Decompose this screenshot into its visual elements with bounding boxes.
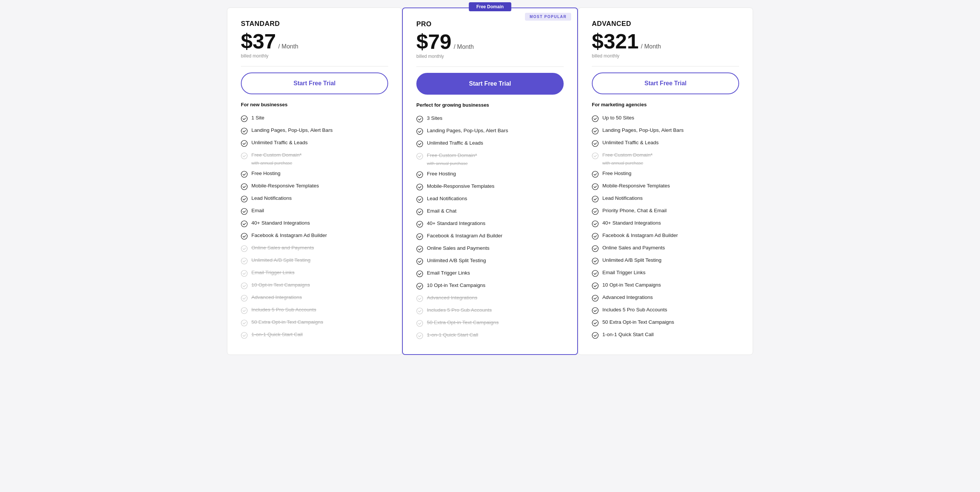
feature-text: 50 Extra Opt-in Text Campaigns — [602, 319, 674, 325]
svg-point-50 — [592, 295, 598, 301]
feature-item: Facebook & Instagram Ad Builder — [241, 232, 388, 240]
svg-point-11 — [241, 258, 247, 264]
feature-item: Landing Pages, Pop-Ups, Alert Bars — [416, 128, 564, 135]
svg-point-14 — [241, 295, 247, 301]
svg-point-25 — [417, 209, 423, 215]
check-icon — [416, 308, 423, 314]
check-icon — [416, 320, 423, 327]
feature-item: Lead Notifications — [416, 196, 564, 203]
svg-point-24 — [417, 197, 423, 202]
check-icon — [592, 208, 598, 215]
feature-item: Free Hosting — [416, 171, 564, 178]
feature-text: 10 Opt-in Text Campaigns — [427, 283, 485, 288]
svg-point-29 — [417, 259, 423, 264]
svg-point-27 — [417, 233, 423, 240]
plan-price-row-pro: $79 / Month — [416, 31, 564, 52]
svg-point-52 — [592, 320, 598, 326]
feature-text: Email Trigger Links — [251, 270, 294, 275]
plan-price-standard: $37 — [241, 31, 276, 52]
svg-point-42 — [592, 196, 598, 202]
check-icon — [416, 171, 423, 178]
check-icon — [241, 208, 248, 215]
check-icon — [592, 128, 598, 135]
feature-text: Priority Phone, Chat & Email — [602, 208, 667, 213]
check-icon — [592, 295, 598, 302]
feature-text: Includes 5 Pro Sub Accounts — [251, 307, 317, 313]
feature-item: Facebook & Instagram Ad Builder — [416, 233, 564, 240]
check-icon — [592, 245, 598, 252]
feature-item: Free Hosting — [241, 170, 388, 178]
free-domain-badge: Free Domain — [469, 2, 511, 11]
features-list-advanced: Up to 50 Sites Landing Pages, Pop-Ups, A… — [592, 115, 739, 339]
check-icon — [241, 171, 248, 178]
features-list-standard: 1 Site Landing Pages, Pop-Ups, Alert Bar… — [241, 115, 388, 339]
feature-text: 50 Extra Opt-in Text Campaigns — [251, 319, 323, 325]
cta-button-standard[interactable]: Start Free Trial — [241, 73, 388, 94]
plan-price-row-standard: $37 / Month — [241, 31, 388, 52]
feature-text: Email Trigger Links — [602, 270, 646, 275]
feature-item: Free Hosting — [592, 170, 739, 178]
svg-point-18 — [417, 116, 423, 122]
check-icon — [416, 184, 423, 190]
plan-tagline-standard: For new businesses — [241, 102, 388, 108]
cta-button-pro[interactable]: Start Free Trial — [416, 73, 564, 95]
check-icon — [416, 233, 423, 240]
check-icon — [592, 258, 598, 264]
check-icon — [241, 152, 248, 159]
pricing-container: STANDARD $37 / Month billed monthly Star… — [227, 8, 753, 355]
feature-item: Includes 5 Pro Sub Accounts — [241, 307, 388, 314]
check-icon — [241, 233, 248, 240]
check-icon — [592, 171, 598, 178]
feature-text: Landing Pages, Pop-Ups, Alert Bars — [602, 127, 684, 133]
check-icon — [416, 128, 423, 135]
feature-item: Online Sales and Payments — [592, 245, 739, 252]
feature-item: 40+ Standard Integrations — [592, 220, 739, 227]
check-icon — [592, 270, 598, 277]
svg-point-9 — [241, 233, 247, 239]
feature-text: Free Hosting — [251, 170, 280, 176]
feature-sub: with annual purchase — [427, 161, 564, 166]
check-icon — [592, 115, 598, 122]
feature-text: Free Hosting — [602, 170, 631, 176]
check-icon — [241, 183, 248, 190]
svg-point-36 — [592, 116, 598, 122]
feature-text: 3 Sites — [427, 115, 442, 121]
svg-point-4 — [241, 171, 247, 177]
feature-item: Mobile-Responsive Templates — [416, 183, 564, 190]
feature-text: Landing Pages, Pop-Ups, Alert Bars — [251, 127, 332, 133]
svg-point-20 — [417, 141, 423, 147]
billed-note-advanced: billed monthly — [592, 53, 739, 59]
check-icon — [241, 295, 248, 302]
svg-point-6 — [241, 196, 247, 202]
svg-point-19 — [417, 129, 423, 135]
feature-item: Online Sales and Payments — [416, 245, 564, 252]
check-icon — [241, 283, 248, 289]
feature-text: Lead Notifications — [427, 196, 467, 201]
check-icon — [592, 233, 598, 240]
svg-point-31 — [417, 283, 423, 289]
feature-item: Mobile-Responsive Templates — [592, 183, 739, 190]
feature-text: Facebook & Instagram Ad Builder — [251, 232, 327, 238]
feature-text: Free Custom Domain* — [602, 152, 653, 158]
feature-item: 10 Opt-in Text Campaigns — [241, 282, 388, 289]
feature-text: Landing Pages, Pop-Ups, Alert Bars — [427, 128, 508, 133]
feature-item: Online Sales and Payments — [241, 245, 388, 252]
plan-period-advanced: / Month — [641, 43, 661, 50]
check-icon — [592, 320, 598, 326]
check-icon — [416, 295, 423, 302]
feature-item: Unlimited A/B Split Testing — [592, 257, 739, 264]
check-icon — [241, 270, 248, 277]
check-icon — [592, 332, 598, 339]
feature-text: 1-on-1 Quick Start Call — [602, 332, 654, 337]
svg-point-2 — [241, 140, 247, 146]
feature-item: Free Custom Domain* — [241, 152, 388, 159]
feature-text: 40+ Standard Integrations — [251, 220, 310, 226]
svg-point-47 — [592, 258, 598, 264]
check-icon — [416, 140, 423, 147]
plan-card-standard: STANDARD $37 / Month billed monthly Star… — [227, 8, 402, 355]
feature-text: Lead Notifications — [602, 195, 643, 201]
cta-button-advanced[interactable]: Start Free Trial — [592, 73, 739, 94]
check-icon — [592, 183, 598, 190]
check-icon — [592, 196, 598, 202]
feature-item: 40+ Standard Integrations — [241, 220, 388, 227]
